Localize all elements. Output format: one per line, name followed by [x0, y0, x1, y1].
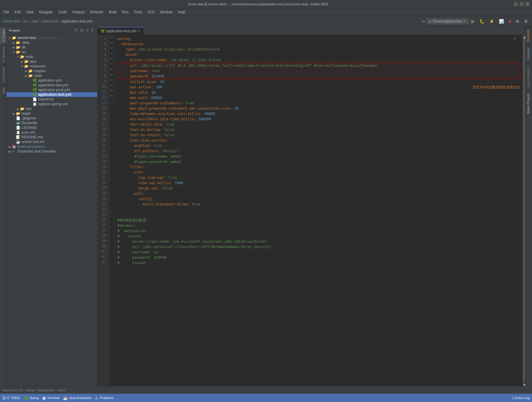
code-line-37: # datasource: — [117, 228, 520, 234]
tree-item-gitignore[interactable]: 📄 .gitignore — [7, 116, 97, 121]
tab-favorites[interactable]: 2: Favorites — [0, 64, 6, 85]
menu-file[interactable]: File — [1, 9, 12, 15]
scroll-down-button[interactable]: ▼ — [523, 383, 525, 385]
menu-window[interactable]: Window — [158, 9, 175, 15]
menu-edit[interactable]: Edit — [12, 9, 23, 15]
menu-navigate[interactable]: Navigate — [37, 9, 55, 15]
root-path: E:\renren-fast — [37, 36, 57, 40]
stop-button[interactable]: ■ — [507, 18, 513, 24]
tree-item-main[interactable]: ▼ 📂 main — [7, 54, 97, 59]
tree-item-renren-fast[interactable]: ▼ 📁 renren-fast E:\renren-fast — [7, 35, 97, 40]
editor-tab-application-test-yml[interactable]: 🌿 application-test.yml ✕ — [98, 27, 144, 35]
tree-item-idea[interactable]: ▶ 📂 .idea — [7, 40, 97, 45]
tree-item-test[interactable]: ▶ 📂 test — [7, 106, 97, 111]
status-problems[interactable]: ⚠ Problems — [95, 396, 113, 400]
tree-item-banner-txt[interactable]: 📄 banner.txt — [7, 97, 97, 102]
tree-item-scratches[interactable]: ▶ ✏ Scratches and Consoles — [7, 149, 97, 154]
code-content[interactable]: spring: datasource: type: com.alibaba.dr… — [115, 35, 523, 386]
code-line-1: spring: — [117, 36, 520, 41]
problems-icon: ⚠ — [95, 396, 98, 400]
breadcrumb-main[interactable]: main — [31, 19, 39, 23]
project-close-icon[interactable]: ✕ — [90, 28, 95, 33]
menu-build[interactable]: Build — [106, 9, 119, 15]
code-line-11: min-idle: 10 — [117, 90, 520, 95]
tree-label-mapper: mapper — [34, 69, 46, 73]
code-line-32: multi-statement-allow: true — [117, 202, 520, 207]
tree-label-resources: resources — [30, 64, 46, 68]
menu-vcs[interactable]: VCS — [145, 9, 157, 15]
project-gear-icon[interactable]: ≡ — [85, 28, 89, 33]
status-event-log[interactable]: 1 Event Log — [512, 396, 530, 400]
tree-item-target[interactable]: ▶ 📂 target — [7, 111, 97, 116]
tab-web[interactable]: Web — [0, 85, 6, 96]
tree-item-application-dev-yml[interactable]: 🌿 application-dev.yml — [7, 83, 97, 87]
menu-refactor[interactable]: Refactor — [88, 9, 106, 15]
tree-item-resources[interactable]: ▼ 📂 resources — [7, 64, 97, 69]
status-java-enterprise[interactable]: ☕ Java Enterprise — [63, 396, 91, 400]
tree-item-license[interactable]: 📄 LICENSE — [7, 125, 97, 130]
project-header-icons: ⟳ ⚙ ≡ ✕ — [74, 28, 95, 33]
xml-icon-logback: 📋 — [33, 102, 37, 106]
tree-label-gitignore: .gitignore — [22, 116, 36, 120]
minimize-button[interactable]: — — [514, 2, 518, 6]
run-button[interactable]: ▶ — [470, 17, 476, 25]
run-config-dropdown[interactable]: ▼ — [463, 20, 466, 23]
rsidebar-database[interactable]: Database — [526, 45, 532, 64]
layout-button[interactable]: ⊞ — [514, 18, 521, 24]
tree-item-readme[interactable]: 📝 README.md — [7, 135, 97, 140]
tab-close-button[interactable]: ✕ — [138, 29, 140, 33]
tree-item-java[interactable]: ▶ 📂 java — [7, 59, 97, 64]
tree-item-db[interactable]: ▶ 📂 db — [7, 45, 97, 50]
tree-item-application-prod-yml[interactable]: 🌿 application-prod.yml — [7, 87, 97, 92]
breadcrumb-root[interactable]: renren-fast — [2, 19, 20, 23]
status-todo[interactable]: ☰ 6: TODO — [2, 396, 20, 400]
tree-item-external-libraries[interactable]: ▶ 📚 External Libraries — [7, 144, 97, 149]
menu-view[interactable]: View — [24, 9, 36, 15]
status-terminal[interactable]: ▣ Terminal — [42, 396, 59, 400]
project-settings-icon[interactable]: ⚙ — [79, 28, 85, 33]
code-editor[interactable]: 1 2 3 4 5 6 7 8 9 10 11 12 13 14 15 16 1… — [98, 35, 525, 386]
project-sync-icon[interactable]: ⟳ — [74, 28, 79, 33]
tree-item-static[interactable]: ▶ 📂 static — [7, 73, 97, 78]
tree-item-iml[interactable]: ☕ renren-fast.iml — [7, 140, 97, 144]
code-line-40: # url: jdbc:sqlserver://localhost:1433;D… — [117, 244, 520, 249]
tree-item-logback-xml[interactable]: 📋 logback-spring.xml — [7, 102, 97, 106]
breadcrumb-src[interactable]: src — [23, 19, 28, 23]
run-config[interactable]: ▶ RenrenApplication ▼ — [426, 18, 469, 24]
tree-item-dockerfile[interactable]: 🐳 Dockerfile — [7, 121, 97, 125]
coverage-button[interactable]: ⚡ — [487, 18, 496, 24]
tree-label-idea: .idea — [22, 40, 29, 45]
menu-run[interactable]: Run — [120, 9, 131, 15]
rsidebar-maven-projects[interactable]: Maven Projects — [526, 90, 532, 117]
rsidebar-ant-build[interactable]: Ant Build — [526, 27, 532, 45]
tree-label-application-test-yml: application-test.yml — [38, 93, 72, 97]
profile-button[interactable]: 📊 — [497, 18, 506, 24]
maximize-button[interactable]: □ — [520, 2, 524, 6]
vertical-scrollbar[interactable]: ▲ ▼ — [523, 35, 525, 386]
breadcrumb: renren-fast › src › main › resources › a… — [2, 19, 94, 23]
breadcrumb-resources[interactable]: resources — [43, 19, 58, 23]
breadcrumb-file[interactable]: application-test.yml — [62, 19, 92, 23]
close-button[interactable]: ✕ — [525, 2, 530, 6]
rsidebar-bean-validation[interactable]: Bean Validation — [526, 64, 532, 90]
tree-item-src[interactable]: ▼ 📂 src — [7, 50, 97, 54]
tree-item-application-yml[interactable]: 🌿 application.yml — [7, 78, 97, 83]
status-spring[interactable]: 🌿 Spring — [24, 396, 39, 400]
code-line-12: max-wait: 60000 — [117, 95, 520, 100]
code-line-13: pool-prepared-statements: true — [117, 100, 520, 106]
tree-item-pom-xml[interactable]: 📋 pom.xml — [7, 130, 97, 135]
menu-tools[interactable]: Tools — [132, 9, 145, 15]
tab-project[interactable]: 1: Project — [0, 27, 6, 44]
tab-structure[interactable]: 2: Structure — [0, 44, 6, 64]
settings-button[interactable]: ⚙ — [522, 18, 530, 24]
scroll-up-button[interactable]: ▲ — [523, 35, 525, 38]
tree-item-application-test-yml[interactable]: 🌿 application-test.yml — [7, 92, 97, 97]
menu-code[interactable]: Code — [56, 9, 69, 15]
scroll-thumb[interactable] — [523, 39, 525, 382]
tree-item-mapper[interactable]: ▶ 📂 mapper — [7, 69, 97, 73]
menu-help[interactable]: Help — [176, 9, 188, 15]
titlebar-title: renren-fast [E:\renren-fast] – ...\src\m… — [2, 2, 514, 6]
debug-button[interactable]: 🐛 — [478, 18, 486, 24]
todo-icon: ☰ — [2, 396, 6, 400]
menu-analyze[interactable]: Analyze — [70, 9, 87, 15]
